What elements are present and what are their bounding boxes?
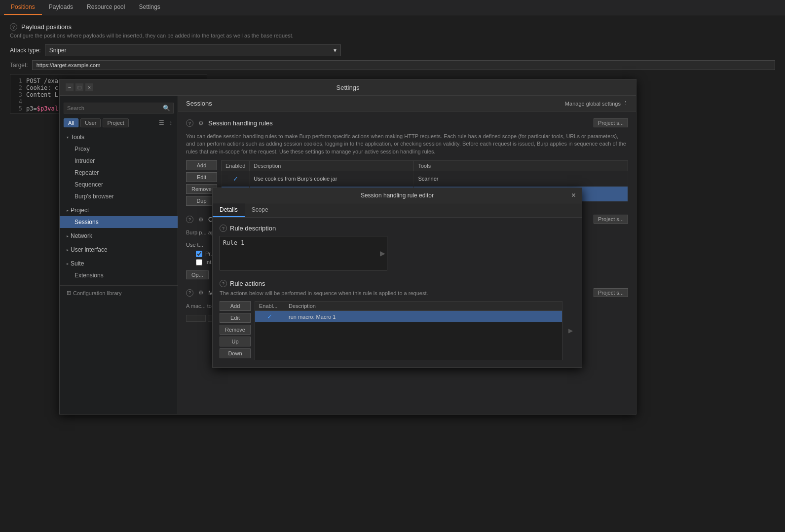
- add-rule-button[interactable]: Add: [186, 160, 217, 170]
- rule-description-input[interactable]: Rule 1: [220, 236, 387, 270]
- rule-editor-tabs: Details Scope: [213, 203, 582, 218]
- sidebar-group-network-label: Network: [71, 232, 92, 239]
- edit-rule-button[interactable]: Edit: [186, 172, 217, 182]
- manage-global-icon: ⋮: [623, 100, 628, 107]
- minimize-button[interactable]: −: [66, 83, 74, 91]
- close-settings-button[interactable]: ×: [85, 83, 93, 91]
- project-s-button-2[interactable]: Project s...: [594, 215, 628, 224]
- rule-1-description: Use cookies from Burp's cookie jar: [250, 171, 414, 187]
- search-icon: 🔍: [163, 105, 170, 112]
- tab-payloads[interactable]: Payloads: [42, 0, 80, 15]
- attack-type-value: Sniper: [49, 47, 67, 54]
- sidebar-item-sequencer[interactable]: Sequencer: [60, 179, 178, 190]
- sidebar-group-project: ▸ Project Sessions: [60, 204, 178, 228]
- actions-table: Enabl... Description ✓ run macro: Macro …: [255, 302, 562, 322]
- project-s-button-1[interactable]: Project s...: [594, 118, 628, 127]
- target-label: Target:: [10, 62, 28, 69]
- filter-user-button[interactable]: User: [80, 118, 101, 127]
- filter-project-button[interactable]: Project: [103, 118, 128, 127]
- rule-desc-header: ? Rule description: [220, 225, 575, 232]
- rule-editor-title: Session handling rule editor: [337, 192, 456, 199]
- sidebar-group-network-header[interactable]: ▸ Network: [60, 230, 178, 242]
- edit-action-button[interactable]: Edit: [220, 313, 251, 323]
- project-s-button-3[interactable]: Project s...: [594, 288, 628, 297]
- cookie-gear-icon: ⚙: [197, 216, 204, 223]
- rule-1-tools: Scanner: [414, 171, 628, 187]
- attack-type-dropdown[interactable]: Sniper ▾: [45, 44, 341, 56]
- attack-type-label: Attack type:: [10, 47, 41, 54]
- sidebar-group-user-interface: ▸ User interface: [60, 244, 178, 256]
- tab-positions[interactable]: Positions: [4, 0, 42, 15]
- sidebar-group-tools: ▾ Tools Proxy Intruder Repeater Sequence…: [60, 131, 178, 202]
- tab-resource-pool[interactable]: Resource pool: [80, 0, 132, 15]
- filter-action-1[interactable]: ☰: [157, 118, 166, 127]
- session-rules-help-icon[interactable]: ?: [186, 119, 193, 127]
- sidebar-group-project-label: Project: [71, 207, 89, 214]
- sidebar-group-ui-label: User interface: [71, 246, 108, 253]
- restore-button[interactable]: □: [75, 83, 83, 91]
- target-value[interactable]: https://target.example.com: [32, 60, 775, 70]
- session-rules-gear-icon: ⚙: [197, 120, 204, 127]
- sidebar-group-tools-header[interactable]: ▾ Tools: [60, 131, 178, 143]
- macros-help-icon[interactable]: ?: [186, 289, 193, 297]
- intruder-tabs: Positions Payloads Resource pool Setting…: [0, 0, 785, 15]
- sidebar-item-sessions[interactable]: Sessions: [60, 216, 178, 228]
- sidebar-item-intruder[interactable]: Intruder: [60, 155, 178, 167]
- sidebar-group-suite-label: Suite: [71, 260, 84, 267]
- sidebar-group-tools-label: Tools: [71, 134, 84, 141]
- sidebar-group-ui-header[interactable]: ▸ User interface: [60, 244, 178, 256]
- settings-title: Settings: [95, 84, 600, 91]
- intruder-checkbox[interactable]: [196, 259, 202, 266]
- sidebar-item-burps-browser[interactable]: Burp's browser: [60, 190, 178, 202]
- payload-positions-help-icon[interactable]: ?: [10, 23, 17, 31]
- add-action-button[interactable]: Add: [220, 301, 251, 311]
- actions-table-container: Enabl... Description ✓ run macro: Macro …: [255, 301, 562, 360]
- cookie-help-icon[interactable]: ?: [186, 216, 193, 223]
- remove-action-button[interactable]: Remove: [220, 325, 251, 335]
- sidebar-item-extensions[interactable]: Extensions: [60, 269, 178, 281]
- chevron-right-icon-suite: ▸: [67, 262, 69, 266]
- rule-actions-section: ? Rule actions The actions below will be…: [220, 280, 575, 360]
- rule-desc-help-icon[interactable]: ?: [220, 225, 227, 232]
- manage-global-settings[interactable]: Manage global settings ⋮: [565, 100, 628, 107]
- down-action-button[interactable]: Down: [220, 348, 251, 358]
- rule-editor-titlebar: Session handling rule editor ×: [213, 188, 582, 203]
- col-description: Description: [250, 161, 414, 171]
- sidebar-group-project-header[interactable]: ▸ Project: [60, 204, 178, 216]
- rule-actions-header: ? Rule actions: [220, 280, 575, 287]
- rule-desc-textarea-container: Rule 1 ▶: [220, 236, 387, 270]
- tab-scope[interactable]: Scope: [245, 203, 275, 217]
- rule-description-section: ? Rule description Rule 1 ▶: [220, 225, 575, 272]
- sidebar-item-repeater[interactable]: Repeater: [60, 167, 178, 179]
- sidebar-group-suite-header[interactable]: ▸ Suite: [60, 258, 178, 269]
- filter-all-button[interactable]: All: [64, 118, 78, 127]
- col-enabled: Enabled: [221, 161, 249, 171]
- chevron-right-icon: ▸: [67, 208, 69, 213]
- table-row[interactable]: ✓ run macro: Macro 1: [255, 311, 562, 323]
- sidebar-search-box: 🔍: [64, 103, 174, 114]
- tab-details[interactable]: Details: [213, 203, 245, 217]
- chevron-right-icon-ui: ▸: [67, 248, 69, 252]
- action-1-description: run macro: Macro 1: [285, 311, 562, 323]
- actions-table-area: Add Edit Remove Up Down Enabl... Descrip…: [220, 301, 575, 360]
- rule-1-enabled[interactable]: ✓: [221, 171, 249, 187]
- filter-action-2[interactable]: ↕: [168, 118, 174, 127]
- tab-settings[interactable]: Settings: [132, 0, 167, 15]
- search-input[interactable]: [67, 105, 163, 111]
- settings-content-header: Sessions Manage global settings ⋮: [178, 96, 636, 112]
- action-1-enabled[interactable]: ✓: [255, 311, 285, 323]
- rule-editor-body: ? Rule description Rule 1 ▶ ? Rule actio…: [213, 218, 582, 367]
- chevron-right-icon-network: ▸: [67, 234, 69, 238]
- proxy-checkbox[interactable]: [196, 251, 202, 257]
- rule-editor-close-button[interactable]: ×: [571, 191, 576, 199]
- up-action-button[interactable]: Up: [220, 337, 251, 346]
- sidebar-item-proxy[interactable]: Proxy: [60, 143, 178, 155]
- actions-col-description: Description: [285, 302, 562, 311]
- payload-positions-header: ? Payload positions: [10, 23, 775, 31]
- rule-actions-help-icon[interactable]: ?: [220, 280, 227, 287]
- session-rules-title: Session handling rules: [208, 119, 273, 127]
- config-library-link[interactable]: ⊞ Configuration library: [60, 285, 178, 300]
- table-row[interactable]: ✓ Use cookies from Burp's cookie jar Sca…: [221, 171, 628, 187]
- rule-actions-desc: The actions below will be performed in s…: [220, 290, 575, 296]
- op-button[interactable]: Op...: [186, 270, 209, 279]
